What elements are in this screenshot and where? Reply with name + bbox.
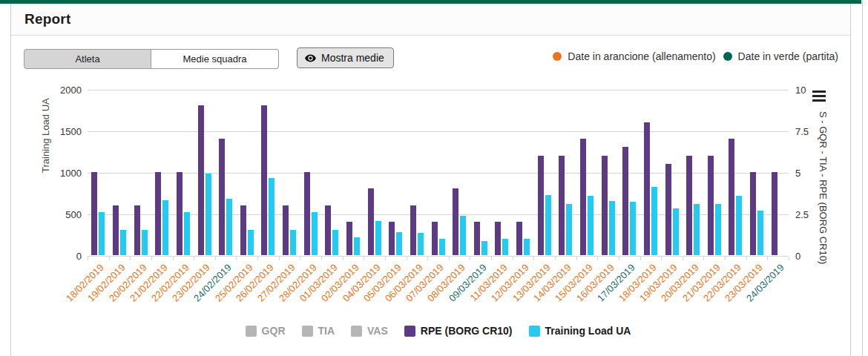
series-legend: GQRTIAVASRPE (BORG CR10)Training Load UA <box>88 325 789 337</box>
legend-swatch-icon <box>302 326 313 337</box>
bar-training-load[interactable] <box>226 199 232 255</box>
eye-icon <box>304 52 317 65</box>
bar-rpe[interactable] <box>474 222 480 255</box>
bar-rpe[interactable] <box>729 139 734 255</box>
legend-item-tia[interactable]: TIA <box>302 325 335 337</box>
gridline <box>88 214 789 215</box>
bar-rpe[interactable] <box>644 122 650 255</box>
bar-rpe[interactable] <box>261 105 267 255</box>
x-axis-tick <box>746 257 747 260</box>
bar-training-load[interactable] <box>439 239 445 255</box>
x-axis-tick <box>427 257 428 260</box>
bar-rpe[interactable] <box>750 172 756 255</box>
bar-rpe[interactable] <box>410 205 416 255</box>
bar-rpe[interactable] <box>177 172 183 255</box>
bar-rpe[interactable] <box>91 172 97 255</box>
bar-rpe[interactable] <box>453 188 458 255</box>
bar-training-load[interactable] <box>375 221 381 255</box>
x-axis-tick <box>640 257 641 260</box>
legend-swatch-icon <box>404 326 415 337</box>
x-axis-tick <box>661 257 662 260</box>
x-axis-tick <box>470 257 470 260</box>
bar-training-load[interactable] <box>694 204 700 255</box>
bar-rpe[interactable] <box>559 156 565 255</box>
bar-training-load[interactable] <box>248 230 254 255</box>
right-axis-tick-label: 10 <box>795 85 806 96</box>
bar-training-load[interactable] <box>481 241 487 255</box>
bar-training-load[interactable] <box>545 195 551 255</box>
bar-rpe[interactable] <box>325 205 331 255</box>
bar-training-load[interactable] <box>609 201 615 255</box>
bar-rpe[interactable] <box>198 105 204 255</box>
bar-rpe[interactable] <box>368 188 374 255</box>
bar-training-load[interactable] <box>332 230 338 255</box>
bar-training-load[interactable] <box>99 212 105 255</box>
report-header: Report <box>11 4 850 36</box>
x-axis-tick <box>767 257 768 260</box>
bar-rpe[interactable] <box>580 139 586 255</box>
legend-item-rpe-borg-cr10-[interactable]: RPE (BORG CR10) <box>404 325 513 337</box>
bar-rpe[interactable] <box>155 172 161 255</box>
bar-training-load[interactable] <box>418 233 424 255</box>
x-axis-tick <box>555 257 556 260</box>
bar-training-load[interactable] <box>142 230 148 255</box>
tab-atleta[interactable]: Atleta <box>24 49 151 69</box>
bar-rpe[interactable] <box>708 156 714 255</box>
bar-training-load[interactable] <box>184 212 190 255</box>
legend-item-training-load-ua[interactable]: Training Load UA <box>529 325 631 337</box>
tab-medie-squadra[interactable]: Medie squadra <box>151 49 279 69</box>
bar-rpe[interactable] <box>686 156 692 255</box>
mostra-medie-button[interactable]: Mostra medie <box>297 47 394 68</box>
date-legend-orange-label: Date in arancione (allenamento) <box>568 50 715 62</box>
right-axis-tick-label: 5 <box>795 168 800 179</box>
bar-rpe[interactable] <box>622 147 628 255</box>
bar-training-load[interactable] <box>757 211 763 255</box>
legend-item-vas[interactable]: VAS <box>351 325 388 337</box>
bar-rpe[interactable] <box>772 172 777 255</box>
bar-training-load[interactable] <box>120 230 126 255</box>
legend-item-gqr[interactable]: GQR <box>246 325 286 337</box>
right-axis-tick-label: 7.5 <box>795 126 809 137</box>
legend-label: Training Load UA <box>545 325 631 337</box>
bar-training-load[interactable] <box>502 239 508 255</box>
bar-training-load[interactable] <box>630 202 636 255</box>
bar-training-load[interactable] <box>290 230 296 255</box>
bar-training-load[interactable] <box>460 216 466 255</box>
bar-training-load[interactable] <box>651 187 657 255</box>
bar-rpe[interactable] <box>113 205 119 255</box>
gridline <box>88 173 789 174</box>
chart-menu-icon[interactable] <box>812 90 826 102</box>
bar-training-load[interactable] <box>269 178 274 255</box>
bar-training-load[interactable] <box>162 200 168 255</box>
bar-rpe[interactable] <box>304 172 310 255</box>
bar-rpe[interactable] <box>538 156 544 255</box>
bar-rpe[interactable] <box>219 139 225 255</box>
bar-training-load[interactable] <box>354 237 360 255</box>
bar-rpe[interactable] <box>602 156 608 255</box>
bar-training-load[interactable] <box>673 208 679 255</box>
bar-training-load[interactable] <box>312 212 318 255</box>
bar-rpe[interactable] <box>516 222 522 255</box>
x-axis-tick <box>364 257 364 260</box>
scrollbar-track[interactable] <box>862 0 868 356</box>
left-axis-tick-label: 0 <box>52 251 82 262</box>
bar-training-load[interactable] <box>524 239 530 255</box>
bar-rpe[interactable] <box>283 205 289 255</box>
bar-rpe[interactable] <box>389 222 395 255</box>
bar-training-load[interactable] <box>566 204 572 255</box>
bar-training-load[interactable] <box>396 232 402 255</box>
bar-training-load[interactable] <box>206 174 211 255</box>
bar-rpe[interactable] <box>134 205 140 255</box>
left-axis-tick-label: 500 <box>52 209 82 220</box>
gridline <box>88 90 789 90</box>
bar-training-load[interactable] <box>588 196 594 255</box>
bar-rpe[interactable] <box>432 222 438 255</box>
x-axis-tick <box>597 257 598 260</box>
bar-rpe[interactable] <box>346 222 352 255</box>
bar-training-load[interactable] <box>736 196 742 255</box>
bar-rpe[interactable] <box>240 205 246 255</box>
x-axis-tick <box>619 257 619 260</box>
bar-rpe[interactable] <box>665 164 671 255</box>
bar-rpe[interactable] <box>495 222 501 255</box>
bar-training-load[interactable] <box>715 204 721 255</box>
